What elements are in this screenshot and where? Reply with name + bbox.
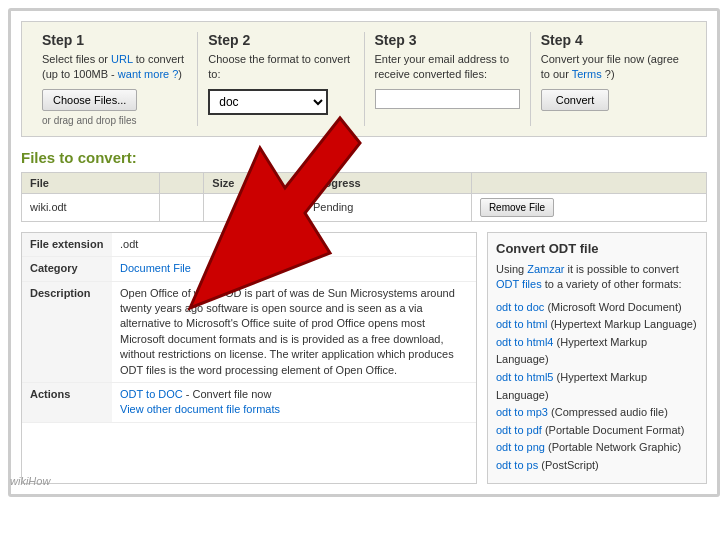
info-label-description: Description	[22, 281, 112, 382]
email-input[interactable]	[375, 89, 520, 109]
step-3-title: Step 3	[375, 32, 520, 48]
step-4-title: Step 4	[541, 32, 686, 48]
info-row-actions: Actions ODT to DOC - Convert file now Vi…	[22, 382, 476, 422]
info-value-category: Document File	[112, 257, 476, 281]
format-list: odt to doc (Microsoft Word Document) odt…	[496, 299, 698, 475]
file-name-cell: wiki.odt	[22, 193, 160, 221]
choose-files-button[interactable]: Choose Files...	[42, 89, 137, 111]
info-label-category: Category	[22, 257, 112, 281]
info-label-actions: Actions	[22, 382, 112, 422]
files-title: Files to convert:	[21, 149, 707, 166]
zamzar-link[interactable]: Zamzar	[527, 263, 564, 275]
step-4-desc: Convert your file now (agree to our Term…	[541, 52, 686, 83]
step-2-box: Step 2 Choose the format to convert to: …	[198, 32, 364, 126]
file-info-table: File extension .odt Category Document Fi…	[22, 233, 476, 423]
step-1-title: Step 1	[42, 32, 187, 48]
step-3-desc: Enter your email address to receive conv…	[375, 52, 520, 83]
info-row-description: Description Open Office of which OD is p…	[22, 281, 476, 382]
format-select[interactable]: doc html pdf txt	[208, 89, 328, 115]
remove-file-button[interactable]: Remove File	[480, 198, 554, 217]
step-2-desc: Choose the format to convert to:	[208, 52, 353, 83]
odt-to-html4-link[interactable]: odt to html4	[496, 336, 553, 348]
odt-to-html5-link[interactable]: odt to html5	[496, 371, 553, 383]
step-2-title: Step 2	[208, 32, 353, 48]
step-4-box: Step 4 Convert your file now (agree to o…	[531, 32, 696, 126]
convert-button[interactable]: Convert	[541, 89, 610, 111]
odt-to-html-link[interactable]: odt to html	[496, 318, 547, 330]
list-item: odt to pdf (Portable Document Format)	[496, 422, 698, 440]
col-header-empty	[160, 172, 204, 193]
convert-odt-desc: Using Zamzar it is possible to convert O…	[496, 262, 698, 293]
want-more-link[interactable]: want more ?	[118, 68, 179, 80]
table-row: wiki.odt Pending Remove File	[22, 193, 707, 221]
odt-to-doc-action-link[interactable]: ODT to DOC	[120, 388, 183, 400]
convert-odt-box: Convert ODT file Using Zamzar it is poss…	[487, 232, 707, 484]
category-link[interactable]: Document File	[120, 262, 191, 274]
info-value-extension: .odt	[112, 233, 476, 257]
info-value-description: Open Office of which OD is part of was d…	[112, 281, 476, 382]
odt-to-png-link[interactable]: odt to png	[496, 441, 545, 453]
convert-odt-title: Convert ODT file	[496, 241, 698, 256]
list-item: odt to html (Hypertext Markup Language)	[496, 316, 698, 334]
odt-to-doc-link[interactable]: odt to doc	[496, 301, 544, 313]
odt-to-mp3-link[interactable]: odt to mp3	[496, 406, 548, 418]
list-item: odt to doc (Microsoft Word Document)	[496, 299, 698, 317]
terms-link[interactable]: Terms	[572, 68, 602, 80]
col-header-action	[471, 172, 706, 193]
drag-drop-label: or drag and drop files	[42, 115, 187, 126]
col-header-size: Size	[204, 172, 305, 193]
file-size-cell	[204, 193, 305, 221]
info-row-category: Category Document File	[22, 257, 476, 281]
bottom-section: File extension .odt Category Document Fi…	[21, 232, 707, 484]
list-item: odt to html4 (Hypertext Markup Language)	[496, 334, 698, 369]
list-item: odt to mp3 (Compressed audio file)	[496, 404, 698, 422]
info-value-actions: ODT to DOC - Convert file now View other…	[112, 382, 476, 422]
odt-to-ps-link[interactable]: odt to ps	[496, 459, 538, 471]
file-action-cell: Remove File	[471, 193, 706, 221]
odt-to-pdf-link[interactable]: odt to pdf	[496, 424, 542, 436]
list-item: odt to ps (PostScript)	[496, 457, 698, 475]
list-item: odt to html5 (Hypertext Markup Language)	[496, 369, 698, 404]
file-progress-cell: Pending	[304, 193, 471, 221]
wikihow-badge: wikiHow	[10, 475, 50, 487]
files-section: Files to convert: File Size Progress wik…	[21, 149, 707, 222]
info-label-extension: File extension	[22, 233, 112, 257]
file-info-box: File extension .odt Category Document Fi…	[21, 232, 477, 484]
view-formats-link[interactable]: View other document file formats	[120, 403, 280, 415]
step-3-box: Step 3 Enter your email address to recei…	[365, 32, 531, 126]
step-1-desc: Select files or URL to convert (up to 10…	[42, 52, 187, 83]
col-header-file: File	[22, 172, 160, 193]
steps-container: Step 1 Select files or URL to convert (u…	[21, 21, 707, 137]
list-item: odt to png (Portable Network Graphic)	[496, 439, 698, 457]
url-link[interactable]: URL	[111, 53, 133, 65]
odt-files-link[interactable]: ODT files	[496, 278, 542, 290]
step-1-box: Step 1 Select files or URL to convert (u…	[32, 32, 198, 126]
info-row-extension: File extension .odt	[22, 233, 476, 257]
files-table: File Size Progress wiki.odt Pending	[21, 172, 707, 222]
file-empty-cell	[160, 193, 204, 221]
col-header-progress: Progress	[304, 172, 471, 193]
